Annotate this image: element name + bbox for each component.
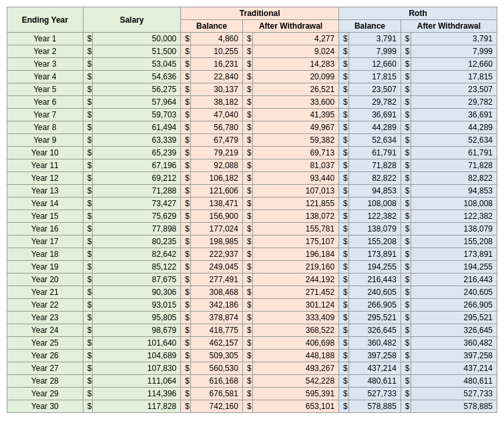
- year-cell: Year 23: [7, 312, 83, 324]
- trad-bal-dollar: $: [181, 197, 191, 210]
- roth-bal-dollar: $: [339, 83, 349, 96]
- trad-bal-dollar: $: [181, 375, 191, 388]
- roth-after-value: 122,382: [411, 210, 497, 223]
- salary-dollar: $: [83, 71, 93, 83]
- salary-value: 104,689: [93, 350, 181, 362]
- roth-bal-value: 29,782: [348, 96, 401, 109]
- roth-after-value: 480,611: [411, 375, 497, 388]
- salary-value: 53,045: [93, 58, 181, 71]
- table-row: Year 2 $ 51,500 $ 10,255 $ 9,024 $ 7,999…: [7, 45, 497, 58]
- salary-dollar: $: [83, 185, 93, 197]
- salary-value: 90,306: [93, 286, 181, 299]
- roth-bal-value: 397,258: [348, 350, 401, 362]
- year-cell: Year 14: [7, 197, 83, 210]
- trad-after-value: 406,698: [252, 337, 338, 350]
- salary-dollar: $: [83, 223, 93, 236]
- trad-after-dollar: $: [242, 134, 252, 147]
- trad-bal-value: 47,040: [190, 109, 242, 121]
- table-row: Year 22 $ 93,015 $ 342,186 $ 301,124 $ 2…: [7, 299, 497, 312]
- trad-after-value: 219,160: [252, 261, 338, 274]
- year-cell: Year 10: [7, 147, 83, 159]
- trad-after-dollar: $: [242, 236, 252, 248]
- year-cell: Year 15: [7, 210, 83, 223]
- year-cell: Year 30: [7, 400, 83, 413]
- trad-bal-value: 462,157: [190, 337, 242, 350]
- trad-after-dollar: $: [242, 172, 252, 185]
- trad-after-dollar: $: [242, 299, 252, 312]
- roth-bal-value: 122,382: [348, 210, 401, 223]
- roth-after-value: 138,079: [411, 223, 497, 236]
- salary-dollar: $: [83, 134, 93, 147]
- trad-bal-dollar: $: [181, 58, 191, 71]
- salary-value: 93,015: [93, 299, 181, 312]
- roth-after-dollar: $: [401, 197, 411, 210]
- table-row: Year 3 $ 53,045 $ 16,231 $ 14,283 $ 12,6…: [7, 58, 497, 71]
- roth-bal-value: 82,822: [348, 172, 401, 185]
- roth-bal-value: 326,645: [348, 324, 401, 337]
- table-row: Year 19 $ 85,122 $ 249,045 $ 219,160 $ 1…: [7, 261, 497, 274]
- roth-bal-dollar: $: [339, 337, 349, 350]
- trad-after-dollar: $: [242, 312, 252, 324]
- header-traditional: Traditional: [181, 7, 339, 20]
- trad-after-dollar: $: [242, 223, 252, 236]
- year-cell: Year 1: [7, 33, 83, 45]
- salary-value: 73,427: [93, 197, 181, 210]
- year-cell: Year 11: [7, 159, 83, 172]
- roth-after-dollar: $: [401, 223, 411, 236]
- trad-bal-dollar: $: [181, 121, 191, 134]
- trad-bal-dollar: $: [181, 350, 191, 362]
- roth-bal-value: 360,482: [348, 337, 401, 350]
- roth-bal-value: 44,289: [348, 121, 401, 134]
- roth-after-dollar: $: [401, 236, 411, 248]
- table-row: Year 1 $ 50,000 $ 4,860 $ 4,277 $ 3,791 …: [7, 33, 497, 45]
- salary-value: 57,964: [93, 96, 181, 109]
- trad-after-dollar: $: [242, 33, 252, 45]
- roth-bal-dollar: $: [339, 350, 349, 362]
- trad-bal-dollar: $: [181, 71, 191, 83]
- trad-after-dollar: $: [242, 185, 252, 197]
- trad-after-value: 301,124: [252, 299, 338, 312]
- salary-value: 51,500: [93, 45, 181, 58]
- roth-bal-dollar: $: [339, 109, 349, 121]
- salary-value: 61,494: [93, 121, 181, 134]
- trad-after-value: 196,184: [252, 248, 338, 261]
- trad-after-dollar: $: [242, 58, 252, 71]
- salary-value: 95,805: [93, 312, 181, 324]
- header-roth-after: After Withdrawal: [401, 20, 497, 33]
- roth-after-dollar: $: [401, 375, 411, 388]
- roth-after-dollar: $: [401, 362, 411, 375]
- roth-bal-dollar: $: [339, 375, 349, 388]
- roth-bal-value: 240,605: [348, 286, 401, 299]
- table-row: Year 25 $ 101,640 $ 462,157 $ 406,698 $ …: [7, 337, 497, 350]
- roth-after-value: 437,214: [411, 362, 497, 375]
- salary-value: 87,675: [93, 274, 181, 286]
- trad-after-value: 9,024: [252, 45, 338, 58]
- roth-after-dollar: $: [401, 147, 411, 159]
- roth-bal-value: 194,255: [348, 261, 401, 274]
- roth-after-value: 295,521: [411, 312, 497, 324]
- salary-dollar: $: [83, 33, 93, 45]
- trad-after-value: 69,713: [252, 147, 338, 159]
- roth-after-value: 7,999: [411, 45, 497, 58]
- roth-after-dollar: $: [401, 185, 411, 197]
- trad-after-dollar: $: [242, 159, 252, 172]
- salary-dollar: $: [83, 210, 93, 223]
- roth-after-value: 527,733: [411, 388, 497, 400]
- trad-bal-value: 177,024: [190, 223, 242, 236]
- trad-after-value: 493,267: [252, 362, 338, 375]
- salary-value: 71,288: [93, 185, 181, 197]
- roth-after-value: 61,791: [411, 147, 497, 159]
- roth-bal-dollar: $: [339, 248, 349, 261]
- salary-dollar: $: [83, 96, 93, 109]
- year-cell: Year 22: [7, 299, 83, 312]
- trad-bal-dollar: $: [181, 147, 191, 159]
- trad-after-dollar: $: [242, 261, 252, 274]
- roth-after-dollar: $: [401, 109, 411, 121]
- trad-bal-value: 38,182: [190, 96, 242, 109]
- trad-after-dollar: $: [242, 350, 252, 362]
- salary-value: 98,679: [93, 324, 181, 337]
- salary-dollar: $: [83, 45, 93, 58]
- salary-dollar: $: [83, 337, 93, 350]
- trad-after-value: 20,099: [252, 71, 338, 83]
- salary-dollar: $: [83, 350, 93, 362]
